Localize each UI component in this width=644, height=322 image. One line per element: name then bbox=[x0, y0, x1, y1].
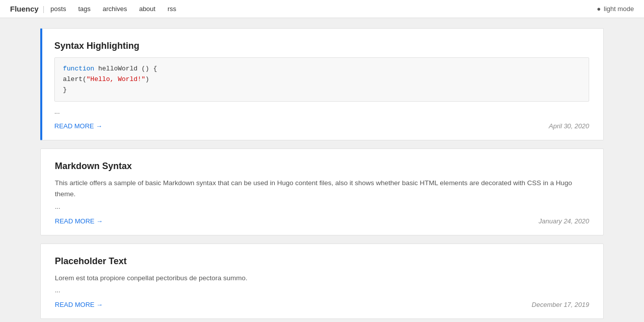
read-more-link[interactable]: READ MORE → bbox=[55, 301, 103, 308]
article-placeholder-text: Placeholder Text Lorem est tota propiore… bbox=[40, 244, 604, 319]
nav-posts[interactable]: posts bbox=[50, 5, 66, 13]
code-block: function helloWorld () { alert("Hello, W… bbox=[54, 57, 589, 102]
article-footer: READ MORE → April 30, 2020 bbox=[54, 122, 589, 130]
code-line-1: function helloWorld () { bbox=[63, 64, 581, 74]
main-container: Syntax Highlighting function helloWorld … bbox=[30, 18, 614, 322]
logo-separator: | bbox=[43, 5, 45, 13]
article-title: Markdown Syntax bbox=[55, 161, 589, 172]
code-line-2: alert("Hello, World!") bbox=[63, 74, 581, 85]
article-footer: READ MORE → January 24, 2020 bbox=[55, 217, 589, 225]
code-line-3: } bbox=[63, 85, 581, 96]
code-line2-post: ) bbox=[145, 75, 149, 83]
code-closing-brace: } bbox=[63, 86, 67, 94]
code-string: "Hello, World!" bbox=[87, 75, 145, 83]
theme-toggle-label[interactable]: light mode bbox=[604, 5, 634, 13]
site-logo: Fluency bbox=[10, 5, 39, 13]
article-ellipsis: ... bbox=[54, 108, 589, 115]
nav-archives[interactable]: archives bbox=[103, 5, 127, 13]
read-more-link[interactable]: READ MORE → bbox=[54, 122, 102, 130]
article-title: Syntax Highlighting bbox=[54, 41, 589, 51]
code-keyword: function bbox=[63, 65, 94, 72]
article-date: April 30, 2020 bbox=[549, 122, 589, 130]
article-title: Placeholder Text bbox=[55, 256, 589, 267]
article-excerpt: This article offers a sample of basic Ma… bbox=[55, 178, 589, 199]
article-ellipsis: ... bbox=[55, 286, 589, 294]
code-line1-rest: helloWorld () { bbox=[94, 65, 157, 72]
main-nav: posts tags archives about rss bbox=[50, 5, 597, 13]
moon-icon: ● bbox=[597, 5, 601, 13]
article-date: January 24, 2020 bbox=[539, 217, 589, 225]
article-syntax-highlighting: Syntax Highlighting function helloWorld … bbox=[40, 28, 604, 140]
article-footer: READ MORE → December 17, 2019 bbox=[55, 301, 589, 308]
article-date: December 17, 2019 bbox=[532, 301, 589, 308]
header-right: ● light mode bbox=[597, 5, 634, 13]
nav-rss[interactable]: rss bbox=[168, 5, 176, 13]
article-ellipsis: ... bbox=[55, 203, 589, 210]
nav-about[interactable]: about bbox=[139, 5, 155, 13]
article-excerpt: Lorem est tota propiore conpellat pector… bbox=[55, 273, 589, 284]
code-line2-pre: alert( bbox=[63, 75, 87, 83]
site-header: Fluency | posts tags archives about rss … bbox=[0, 0, 644, 18]
article-markdown-syntax: Markdown Syntax This article offers a sa… bbox=[40, 148, 604, 235]
nav-tags[interactable]: tags bbox=[78, 5, 91, 13]
read-more-link[interactable]: READ MORE → bbox=[55, 217, 103, 225]
